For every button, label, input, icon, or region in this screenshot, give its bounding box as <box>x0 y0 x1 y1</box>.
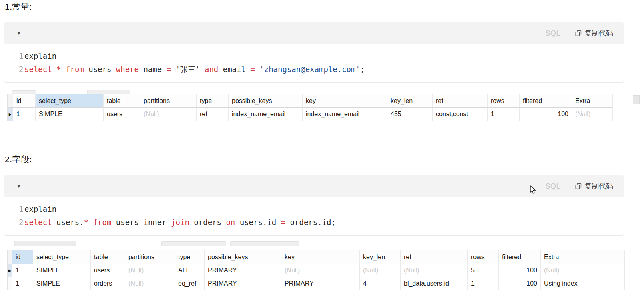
column-header[interactable]: rows <box>468 250 499 264</box>
table-cell[interactable]: 100 <box>520 108 572 121</box>
table-cell[interactable]: SIMPLE <box>33 277 91 290</box>
row-marker[interactable] <box>8 277 12 290</box>
code-body: 1explain2select * from users where name … <box>4 44 624 82</box>
column-header[interactable]: rows <box>488 94 520 108</box>
column-header[interactable]: key <box>303 94 387 108</box>
code-token: users <box>84 65 116 74</box>
table-cell[interactable]: PRIMARY <box>205 264 281 277</box>
column-header[interactable]: table <box>91 250 125 264</box>
collapse-triangle-icon[interactable]: ▼ <box>16 31 21 36</box>
column-header[interactable]: filtered <box>499 250 541 264</box>
table-cell[interactable]: 1 <box>12 264 33 277</box>
line-number: 1 <box>4 50 24 63</box>
column-header[interactable]: id <box>12 250 33 264</box>
table-cell[interactable]: Using index <box>541 277 625 290</box>
sql-keyword-token: where <box>116 65 139 74</box>
column-header[interactable]: possible_keys <box>205 250 281 264</box>
copy-code-button[interactable]: 复制代码 <box>575 28 613 38</box>
table-cell[interactable]: SIMPLE <box>33 264 91 277</box>
table-cell[interactable]: eq_ref <box>175 277 205 290</box>
line-number: 2 <box>4 216 24 229</box>
table-cell[interactable]: (Null) <box>140 108 197 121</box>
code-token <box>52 65 56 74</box>
table-cell[interactable]: users <box>91 264 125 277</box>
sql-keyword-token: join <box>171 218 189 227</box>
table-cell[interactable]: 1 <box>468 277 499 290</box>
column-header[interactable]: type <box>175 250 205 264</box>
table-cell[interactable]: (Null) <box>125 264 175 277</box>
page-root: 1.常量: ▼ SQL 复制代码 1explain2select * from … <box>0 0 644 304</box>
collapse-triangle-icon[interactable]: ▼ <box>16 184 21 189</box>
table-cell[interactable]: 1 <box>12 277 33 290</box>
table-cell[interactable]: SIMPLE <box>36 108 104 121</box>
code-token <box>88 218 93 227</box>
column-header[interactable]: possible_keys <box>229 94 303 108</box>
language-label: SQL <box>545 29 560 38</box>
table-cell[interactable]: 5 <box>468 264 499 277</box>
table-cell[interactable]: 455 <box>387 108 433 121</box>
row-marker[interactable]: ▶ <box>8 264 12 277</box>
table-cell[interactable]: ref <box>197 108 229 121</box>
column-header[interactable]: id <box>13 94 36 108</box>
table-cell[interactable]: 100 <box>499 277 541 290</box>
code-block: ▼ SQL 复制代码 1explain2select * from users … <box>4 22 624 83</box>
column-header[interactable]: key <box>281 250 360 264</box>
copy-code-button[interactable]: 复制代码 <box>575 181 613 191</box>
column-header[interactable]: key_len <box>360 250 401 264</box>
table-cell[interactable]: index_name_email <box>229 108 303 121</box>
table-cell[interactable]: (Null) <box>281 264 360 277</box>
copy-label: 复制代码 <box>584 28 613 38</box>
column-header[interactable]: filtered <box>520 94 572 108</box>
code-token <box>61 65 66 74</box>
code-text: select * from users where name = '张三' an… <box>24 63 365 76</box>
column-header[interactable]: table <box>104 94 140 108</box>
table-cell[interactable]: const,const <box>433 108 488 121</box>
column-header[interactable]: Extra <box>572 94 613 108</box>
code-token: orders.id; <box>285 218 336 227</box>
table-cell[interactable]: ALL <box>175 264 205 277</box>
code-line: 2select * from users where name = '张三' a… <box>4 63 624 76</box>
sql-keyword-token: from <box>93 218 112 227</box>
column-header[interactable]: type <box>197 94 229 108</box>
column-header[interactable]: partitions <box>140 94 197 108</box>
line-number: 2 <box>4 63 24 76</box>
table-cell[interactable]: 1 <box>13 108 36 121</box>
table-cell[interactable]: users <box>104 108 140 121</box>
active-row-triangle-icon: ▶ <box>8 268 12 273</box>
sql-keyword-token: = <box>167 65 171 74</box>
code-header-actions: SQL 复制代码 <box>545 181 613 191</box>
table-cell[interactable]: (Null) <box>360 264 401 277</box>
toolbar-remnant <box>14 241 76 246</box>
explain-result-table: idselect_typetablepartitionstypepossible… <box>7 94 613 121</box>
sql-keyword-token: * <box>84 218 88 227</box>
sql-keyword-token: = <box>250 65 255 74</box>
code-token: users. <box>52 218 84 227</box>
column-header[interactable]: ref <box>401 250 468 264</box>
table-cell[interactable]: 1 <box>488 108 520 121</box>
code-token: '张三' <box>176 65 200 74</box>
table-cell[interactable]: (Null) <box>125 277 175 290</box>
table-cell[interactable]: orders <box>91 277 125 290</box>
column-header[interactable]: partitions <box>125 250 175 264</box>
line-number: 1 <box>4 203 24 216</box>
table-cell[interactable]: index_name_email <box>303 108 387 121</box>
table-cell[interactable]: (Null) <box>541 264 625 277</box>
row-marker[interactable]: ▶ <box>8 108 13 121</box>
table-cell[interactable]: 100 <box>499 264 541 277</box>
sql-keyword-token: * <box>56 65 61 74</box>
column-header[interactable]: Extra <box>541 250 625 264</box>
table-cell[interactable]: bl_data.users.id <box>401 277 468 290</box>
scrollbar-fragment[interactable] <box>633 95 640 104</box>
column-header[interactable]: select_type <box>33 250 91 264</box>
active-row-triangle-icon: ▶ <box>9 112 12 117</box>
code-header-actions: SQL 复制代码 <box>545 28 613 38</box>
table-cell[interactable]: PRIMARY <box>205 277 281 290</box>
table-cell[interactable]: (Null) <box>401 264 468 277</box>
code-text: select users.* from users inner join ord… <box>24 216 336 229</box>
table-cell[interactable]: (Null) <box>572 108 613 121</box>
table-cell[interactable]: PRIMARY <box>281 277 360 290</box>
column-header[interactable]: key_len <box>387 94 433 108</box>
table-cell[interactable]: 4 <box>360 277 401 290</box>
column-header[interactable]: ref <box>433 94 488 108</box>
column-header[interactable]: select_type <box>36 94 104 108</box>
